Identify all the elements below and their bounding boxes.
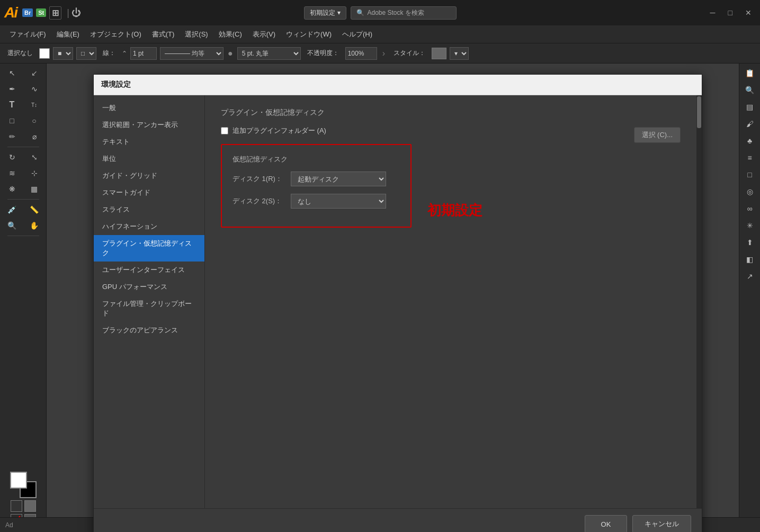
search-icon: 🔍: [356, 9, 364, 16]
dialog-content: プラグイン・仮想記憶ディスク 追加プラグインフォルダー (A) 選択 (C)..…: [205, 95, 696, 508]
symbols-icon[interactable]: ♣: [743, 133, 757, 148]
select-tool[interactable]: ↖: [2, 66, 23, 80]
menu-object[interactable]: オブジェクト(O): [85, 28, 147, 41]
tool-row-3: T T↕: [2, 97, 45, 112]
style-select[interactable]: ▾: [450, 47, 469, 60]
sidebar-item-file[interactable]: ファイル管理・クリップボード: [94, 295, 204, 322]
dialog-scrollbar[interactable]: [696, 95, 702, 508]
color-mode-1[interactable]: [11, 500, 22, 512]
layers-icon[interactable]: ▤: [743, 100, 757, 114]
libraries-icon[interactable]: 🔍: [743, 83, 757, 97]
color-mode-2[interactable]: [24, 500, 36, 512]
search-placeholder: Adobe Stock を検索: [368, 8, 424, 17]
cc-libraries-icon[interactable]: ∞: [743, 201, 757, 216]
section-title: プラグイン・仮想記憶ディスク: [221, 108, 681, 118]
minimize-button[interactable]: ─: [706, 6, 720, 19]
appearance-icon[interactable]: ◎: [743, 184, 757, 199]
sidebar-item-gpu[interactable]: GPU パフォーマンス: [94, 278, 204, 295]
fill-color-box[interactable]: [39, 48, 50, 59]
search-box[interactable]: 🔍 Adobe Stock を検索: [351, 6, 457, 20]
sidebar-item-text[interactable]: テキスト: [94, 133, 204, 150]
selection-label: 選択なし: [4, 48, 36, 59]
transform-icon[interactable]: □: [743, 167, 757, 182]
menu-edit[interactable]: 編集(E): [51, 28, 85, 41]
type-tool[interactable]: T: [2, 97, 23, 112]
type-sub-tool[interactable]: T↕: [24, 97, 45, 112]
dot-sep: ●: [228, 49, 233, 58]
warp-tool[interactable]: ≋: [2, 166, 23, 181]
sidebar-item-general[interactable]: 一般: [94, 100, 204, 116]
style-color-box[interactable]: [432, 48, 446, 59]
shoki-annotation: 初期設定: [427, 201, 482, 220]
stroke-label: 線：: [100, 48, 119, 59]
grid-icon[interactable]: ⊞: [49, 6, 61, 20]
pencil-tool[interactable]: ✏: [2, 129, 23, 144]
menu-type[interactable]: 書式(T): [147, 28, 180, 41]
column-graph-tool[interactable]: ▦: [24, 182, 45, 196]
sidebar-item-units[interactable]: 単位: [94, 150, 204, 167]
menu-help[interactable]: ヘルプ(H): [337, 28, 378, 41]
sidebar-item-smartguides[interactable]: スマートガイド: [94, 184, 204, 201]
menu-window[interactable]: ウィンドウ(W): [281, 28, 337, 41]
align-icon[interactable]: ≡: [743, 150, 757, 165]
scale-tool[interactable]: ⤡: [24, 150, 45, 165]
menu-file[interactable]: ファイル(F): [4, 28, 51, 41]
hand-tool[interactable]: ✋: [24, 218, 45, 233]
preset-button[interactable]: 初期設定 ▾: [304, 6, 346, 20]
foreground-color[interactable]: [10, 472, 27, 489]
opacity-input[interactable]: [345, 47, 377, 60]
disk1-select[interactable]: 起動ディスク なし: [291, 172, 386, 186]
fg-bg-colors[interactable]: [10, 472, 37, 498]
export-icon[interactable]: ⬆: [743, 235, 757, 250]
brush-select[interactable]: 5 pt. 丸筆: [237, 47, 301, 60]
menu-select[interactable]: 選択(S): [180, 28, 213, 41]
menu-view[interactable]: 表示(V): [247, 28, 281, 41]
scroll-thumb[interactable]: [697, 96, 701, 128]
window-controls: ─ □ ✕: [706, 6, 756, 19]
tools-separator-2: [7, 199, 39, 200]
sidebar-item-black[interactable]: ブラックのアピアランス: [94, 322, 204, 339]
stroke-style-select[interactable]: □: [76, 47, 96, 60]
free-transform-tool[interactable]: ⊹: [24, 166, 45, 181]
properties-icon[interactable]: 📋: [743, 66, 757, 80]
menu-effect[interactable]: 効果(C): [213, 28, 247, 41]
ok-button[interactable]: OK: [585, 515, 627, 532]
plugin-folder-checkbox[interactable]: [221, 127, 228, 134]
brushes-icon[interactable]: 🖌: [743, 116, 757, 131]
eyedropper-tool[interactable]: 💉: [2, 202, 23, 217]
app-logo: Ai: [4, 4, 17, 21]
direct-select-tool[interactable]: ↙: [24, 66, 45, 80]
status-label: Ad: [5, 521, 13, 529]
rectangle-tool[interactable]: □: [2, 113, 23, 128]
disk2-select[interactable]: なし 起動ディスク: [291, 194, 386, 209]
st-icon[interactable]: St: [36, 8, 46, 17]
measure-tool[interactable]: 📏: [24, 202, 45, 217]
fill-select[interactable]: ■: [53, 47, 73, 60]
preferences-dialog[interactable]: 環境設定 一般 選択範囲・アンカー表示 テキスト 単位 ガイド・グリッド スマー…: [93, 74, 702, 532]
blob-brush-tool[interactable]: ⌀: [24, 129, 45, 144]
pen-tool[interactable]: ✒: [2, 82, 23, 96]
tool-row-8: ❋ ▦: [2, 182, 45, 196]
ellipse-tool[interactable]: ○: [24, 113, 45, 128]
assets-icon[interactable]: ◧: [743, 252, 757, 267]
sidebar-item-slices[interactable]: スライス: [94, 201, 204, 218]
line-style-select[interactable]: ―――― 均等: [160, 47, 223, 60]
rotate-tool[interactable]: ↻: [2, 150, 23, 165]
curvature-tool[interactable]: ∿: [24, 82, 45, 96]
select-button[interactable]: 選択 (C)...: [634, 127, 681, 143]
symbol-tool[interactable]: ❋: [2, 182, 23, 196]
sidebar-item-guides[interactable]: ガイド・グリッド: [94, 167, 204, 184]
br-icon[interactable]: Br: [22, 8, 33, 17]
sidebar-item-hyphenation[interactable]: ハイフネーション: [94, 218, 204, 235]
zoom-tool[interactable]: 🔍: [2, 218, 23, 233]
artboards-icon[interactable]: ✳: [743, 218, 757, 233]
power-icon[interactable]: ⏻: [71, 7, 81, 19]
stroke-width-input[interactable]: [130, 47, 157, 60]
sidebar-item-ui[interactable]: ユーザーインターフェイス: [94, 262, 204, 278]
maximize-button[interactable]: □: [724, 6, 737, 19]
share-icon[interactable]: ↗: [743, 269, 757, 284]
sidebar-item-plugins[interactable]: プラグイン・仮想記憶ディスク: [94, 235, 204, 262]
cancel-button[interactable]: キャンセル: [632, 515, 691, 532]
sidebar-item-selection[interactable]: 選択範囲・アンカー表示: [94, 116, 204, 133]
close-button[interactable]: ✕: [741, 6, 756, 19]
